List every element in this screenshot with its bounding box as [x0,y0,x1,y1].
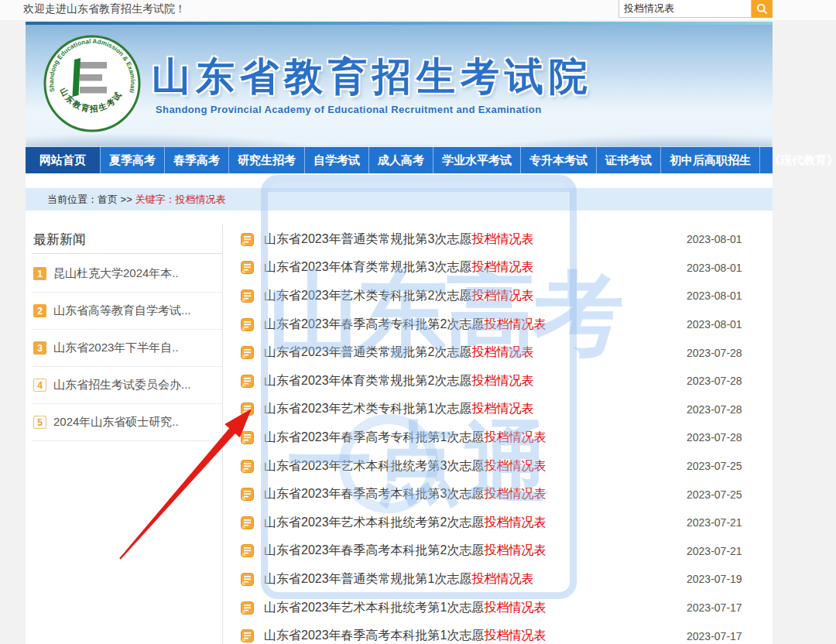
news-list-item[interactable]: 2 山东省高等教育自学考试... [32,293,222,330]
latest-news-list: 1 昆山杜克大学2024年本.. 2 山东省高等教育自学考试... 3 山东省2… [32,255,222,441]
result-title: 山东省2023年体育类常规批第2次志愿投档情况表 [264,373,687,389]
result-date: 2023-07-17 [687,630,753,642]
nav-item-label: 专升本考试 [529,153,588,166]
result-row[interactable]: 山东省2023年体育类常规批第3次志愿投档情况表 2023-08-01 [241,254,753,283]
result-row[interactable]: 山东省2023年春季高考本科批第2次志愿投档情况表 2023-07-21 [241,537,753,566]
document-icon [241,601,254,615]
nav-item-label: 《现代教育》 [769,153,836,166]
welcome-text: 欢迎走进山东省教育招生考试院！ [23,2,186,16]
result-title: 山东省2023年春季高考专科批第1次志愿投档情况表 [264,430,687,446]
nav-item[interactable]: 成人高考 [368,147,433,173]
result-title-plain: 山东省2023年春季高考专科批第1次志愿 [264,430,485,444]
result-title-keyword: 投档情况表 [485,459,546,472]
result-title-plain: 山东省2023年普通类常规批第2次志愿 [264,345,472,358]
page-root: 欢迎走进山东省教育招生考试院！ Sha [0,0,836,644]
news-rank-badge: 3 [33,341,46,355]
result-row[interactable]: 山东省2023年艺术类专科批第1次志愿投档情况表 2023-07-28 [241,396,753,424]
magnifier-icon [756,3,768,15]
vertical-divider [222,224,223,644]
result-title-plain: 山东省2023年春季高考专科批第2次志愿 [264,317,485,331]
latest-news-panel: 最新新闻 1 昆山杜克大学2024年本.. 2 山东省高等教育自学考试... [32,232,222,441]
search-button[interactable] [752,0,773,18]
news-item-label: 2024年山东省硕士研究.. [53,415,179,430]
news-rank-badge: 4 [33,379,46,392]
nav-item-label: 证书考试 [605,153,652,166]
news-list-item[interactable]: 5 2024年山东省硕士研究.. [32,404,222,441]
result-date: 2023-07-28 [687,375,753,387]
nav-item-label: 夏季高考 [109,153,156,166]
document-icon [241,346,254,359]
result-row[interactable]: 山东省2023年春季高考本科批第3次志愿投档情况表 2023-07-25 [241,480,753,509]
news-item-label: 山东省2023年下半年自.. [53,341,179,355]
result-row[interactable]: 山东省2023年普通类常规批第3次志愿投档情况表 2023-08-01 [241,225,753,254]
document-icon [241,573,254,586]
nav-item[interactable]: 初中后高职招生 [660,147,759,173]
result-title-keyword: 投档情况表 [485,543,546,557]
nav-item-label: 春季高考 [173,153,220,166]
result-date: 2023-08-01 [687,233,753,245]
document-icon [241,460,254,473]
nav-item[interactable]: 自学考试 [304,147,368,173]
site-title: 山东省教育招生考试院 [152,51,593,103]
result-title-plain: 山东省2023年普通类常规批第1次志愿 [264,572,472,585]
result-row[interactable]: 山东省2023年春季高考专科批第2次志愿投档情况表 2023-08-01 [241,310,753,339]
result-title-plain: 山东省2023年春季高考本科批第1次志愿 [264,629,485,642]
result-date: 2023-07-25 [687,460,753,472]
result-row[interactable]: 山东省2023年艺术本科批统考第3次志愿投档情况表 2023-07-25 [241,452,753,481]
news-item-label: 山东省高等教育自学考试... [53,303,191,318]
nav-item-label: 成人高考 [378,153,424,166]
result-title-keyword: 投档情况表 [485,430,546,444]
nav-item[interactable]: 网站首页 [26,147,100,173]
nav-item[interactable]: 夏季高考 [100,147,164,173]
result-row[interactable]: 山东省2023年普通类常规批第2次志愿投档情况表 2023-07-28 [241,338,753,367]
nav-item[interactable]: 春季高考 [164,147,228,173]
result-row[interactable]: 山东省2023年艺术本科批统考第2次志愿投档情况表 2023-07-21 [241,509,753,537]
result-row[interactable]: 山东省2023年艺术类专科批第2次志愿投档情况表 2023-08-01 [241,282,753,310]
search-box [618,0,773,18]
breadcrumb-keyword: 关键字：投档情况表 [135,194,225,205]
nav-item[interactable]: 专升本考试 [520,147,596,173]
nav-item[interactable]: 研究生招考 [228,147,304,173]
news-list-item[interactable]: 4 山东省招生考试委员会办... [32,367,222,404]
breadcrumb-prefix: 当前位置：首页 >> [47,194,135,205]
result-date: 2023-07-17 [687,601,753,614]
nav-item-label: 研究生招考 [238,153,296,166]
search-input[interactable] [618,0,752,18]
news-list-item[interactable]: 3 山东省2023年下半年自.. [32,330,222,367]
result-title-keyword: 投档情况表 [485,487,546,500]
document-icon [241,629,254,642]
result-date: 2023-07-21 [687,516,753,529]
result-date: 2023-08-01 [687,262,753,274]
result-title-plain: 山东省2023年艺术本科批统考第2次志愿 [264,516,485,529]
document-icon [241,516,254,529]
logo-e-emblem [73,58,108,97]
page-column: Shandong Educational Admission & Examina… [26,22,773,644]
result-row[interactable]: 山东省2023年艺术本科批统考第1次志愿投档情况表 2023-07-17 [241,594,753,622]
result-date: 2023-07-28 [687,431,753,444]
result-title-keyword: 投档情况表 [472,402,534,415]
document-icon [241,402,254,416]
result-row[interactable]: 山东省2023年春季高考专科批第1次志愿投档情况表 2023-07-28 [241,423,753,452]
document-icon [241,233,254,246]
news-item-label: 山东省招生考试委员会办... [53,378,191,392]
nav-item[interactable]: 证书考试 [596,147,660,173]
result-title-keyword: 投档情况表 [485,601,546,614]
nav-item[interactable]: 《现代教育》 [759,147,836,173]
result-title-plain: 山东省2023年春季高考本科批第3次志愿 [264,487,485,500]
result-row[interactable]: 山东省2023年普通类常规批第1次志愿投档情况表 2023-07-19 [241,565,753,594]
news-rank-badge: 5 [33,416,46,429]
document-icon [241,544,254,557]
result-row[interactable]: 山东省2023年体育类常规批第2次志愿投档情况表 2023-07-28 [241,367,753,396]
news-list-item[interactable]: 1 昆山杜克大学2024年本.. [32,255,222,293]
result-title-keyword: 投档情况表 [485,516,546,529]
result-title: 山东省2023年体育类常规批第3次志愿投档情况表 [264,259,687,276]
document-icon [241,375,254,388]
result-title-plain: 山东省2023年艺术类专科批第2次志愿 [264,289,472,302]
result-title-keyword: 投档情况表 [472,289,534,302]
divider [32,253,222,254]
result-title-keyword: 投档情况表 [485,317,546,331]
result-title-plain: 山东省2023年普通类常规批第3次志愿 [264,232,472,245]
nav-item[interactable]: 学业水平考试 [433,147,520,173]
result-title-keyword: 投档情况表 [472,232,534,245]
result-row[interactable]: 山东省2023年春季高考本科批第1次志愿投档情况表 2023-07-17 [241,622,753,644]
